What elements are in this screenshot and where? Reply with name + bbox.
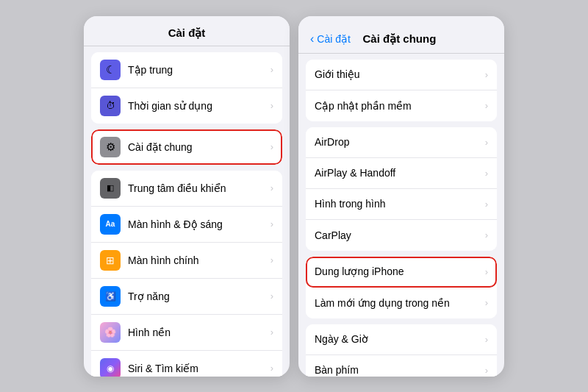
right-group-4: Ngày & Giờ › Bàn phím › Phông chữ › Ngôn… <box>306 324 497 377</box>
focus-icon: ☾ <box>100 60 121 80</box>
focus-label: Tập trung <box>128 64 270 76</box>
airplay-chevron: › <box>485 168 488 179</box>
settings-group-2: ⚙ Cài đặt chung › <box>91 129 282 165</box>
right-group-2: AirDrop › AirPlay & Handoff › Hình trong… <box>306 127 497 251</box>
carplay-chevron: › <box>485 229 488 240</box>
left-header: Cài đặt <box>84 16 290 46</box>
settings-item-general[interactable]: ⚙ Cài đặt chung › <box>91 129 282 165</box>
settings-item-display[interactable]: Aa Màn hình & Độ sáng › <box>91 207 282 243</box>
airdrop-label: AirDrop <box>315 136 485 148</box>
left-title: Cài đặt <box>96 26 278 40</box>
software-update-label: Cập nhật phần mềm <box>315 100 485 112</box>
control-chevron: › <box>270 182 273 193</box>
back-button[interactable]: ‹ Cài đặt <box>310 32 351 46</box>
carplay-label: CarPlay <box>315 229 485 241</box>
right-item-date-time[interactable]: Ngày & Giờ › <box>306 324 497 355</box>
settings-item-homescreen[interactable]: ⊞ Màn hình chính › <box>91 243 282 279</box>
accessibility-label: Trợ năng <box>128 291 270 302</box>
settings-group-3: ◧ Trung tâm điều khiển › Aa Màn hình & Đ… <box>91 171 282 377</box>
settings-item-screen-time[interactable]: ⏱ Thời gian sử dụng › <box>91 88 282 124</box>
right-group-1: Giới thiệu › Cập nhật phần mềm › <box>306 60 497 121</box>
airdrop-chevron: › <box>485 137 488 148</box>
settings-item-accessibility[interactable]: ♿ Trợ năng › <box>91 279 282 315</box>
screen-time-chevron: › <box>270 100 273 111</box>
display-icon: Aa <box>100 214 121 235</box>
settings-item-focus[interactable]: ☾ Tập trung › <box>91 52 282 88</box>
focus-chevron: › <box>270 64 273 75</box>
pip-label: Hình trong hình <box>315 198 485 210</box>
settings-item-wallpaper[interactable]: 🌸 Hình nền › <box>91 315 282 351</box>
homescreen-chevron: › <box>270 254 273 266</box>
date-time-chevron: › <box>485 334 488 345</box>
accessibility-chevron: › <box>270 291 273 302</box>
control-icon: ◧ <box>100 178 121 199</box>
storage-label: Dung lượng iPhone <box>315 266 485 277</box>
left-phone: Cài đặt ☾ Tập trung › ⏱ Thời gian sử dụn… <box>84 16 290 377</box>
back-chevron: ‹ <box>310 32 314 46</box>
right-content: Giới thiệu › Cập nhật phần mềm › AirDrop… <box>298 54 504 377</box>
settings-item-siri[interactable]: ◉ Siri & Tìm kiếm › <box>91 351 282 377</box>
wallpaper-chevron: › <box>270 327 273 338</box>
general-label: Cài đặt chung <box>128 141 270 153</box>
date-time-label: Ngày & Giờ <box>315 333 485 345</box>
about-chevron: › <box>485 69 488 80</box>
right-item-airdrop[interactable]: AirDrop › <box>306 127 497 158</box>
right-item-carplay[interactable]: CarPlay › <box>306 220 497 251</box>
general-chevron: › <box>270 141 273 152</box>
homescreen-icon: ⊞ <box>100 250 121 271</box>
right-group-3: Dung lượng iPhone › Làm mới ứng dụng tro… <box>306 257 497 318</box>
right-item-software-update[interactable]: Cập nhật phần mềm › <box>306 90 497 121</box>
keyboard-label: Bàn phím <box>315 364 485 376</box>
right-item-pip[interactable]: Hình trong hình › <box>306 189 497 220</box>
right-item-background-refresh[interactable]: Làm mới ứng dụng trong nền › <box>306 288 497 318</box>
background-refresh-chevron: › <box>485 297 488 308</box>
software-update-chevron: › <box>485 100 488 111</box>
right-header: ‹ Cài đặt Cài đặt chung <box>298 16 504 54</box>
homescreen-label: Màn hình chính <box>128 254 270 266</box>
display-label: Màn hình & Độ sáng <box>128 218 270 230</box>
nav-row: ‹ Cài đặt Cài đặt chung <box>310 26 492 47</box>
control-label: Trung tâm điều khiển <box>128 182 270 194</box>
settings-group-1: ☾ Tập trung › ⏱ Thời gian sử dụng › <box>91 52 282 124</box>
right-item-airplay[interactable]: AirPlay & Handoff › <box>306 158 497 189</box>
background-refresh-label: Làm mới ứng dụng trong nền <box>315 297 485 309</box>
settings-item-control[interactable]: ◧ Trung tâm điều khiển › <box>91 171 282 207</box>
pip-chevron: › <box>485 199 488 210</box>
wallpaper-label: Hình nền <box>128 327 270 338</box>
right-item-about[interactable]: Giới thiệu › <box>306 60 497 90</box>
screen-time-label: Thời gian sử dụng <box>128 100 270 112</box>
airplay-label: AirPlay & Handoff <box>315 167 485 179</box>
about-label: Giới thiệu <box>315 68 485 80</box>
siri-label: Siri & Tìm kiếm <box>128 363 270 374</box>
left-content: ☾ Tập trung › ⏱ Thời gian sử dụng › ⚙ Cà… <box>84 46 290 377</box>
wallpaper-icon: 🌸 <box>100 322 121 343</box>
siri-icon: ◉ <box>100 358 121 377</box>
display-chevron: › <box>270 218 273 229</box>
right-item-keyboard[interactable]: Bàn phím › <box>306 355 497 377</box>
keyboard-chevron: › <box>485 365 488 376</box>
storage-chevron: › <box>485 266 488 277</box>
screen-time-icon: ⏱ <box>100 96 121 116</box>
back-label: Cài đặt <box>317 33 351 45</box>
right-item-storage[interactable]: Dung lượng iPhone › <box>306 257 497 288</box>
right-title: Cài đặt chung <box>351 32 448 46</box>
siri-chevron: › <box>270 363 273 374</box>
general-icon: ⚙ <box>100 137 121 157</box>
right-phone: ‹ Cài đặt Cài đặt chung Giới thiệu › Cập… <box>298 16 504 377</box>
accessibility-icon: ♿ <box>100 286 121 307</box>
phones-container: Cài đặt ☾ Tập trung › ⏱ Thời gian sử dụn… <box>84 16 504 377</box>
